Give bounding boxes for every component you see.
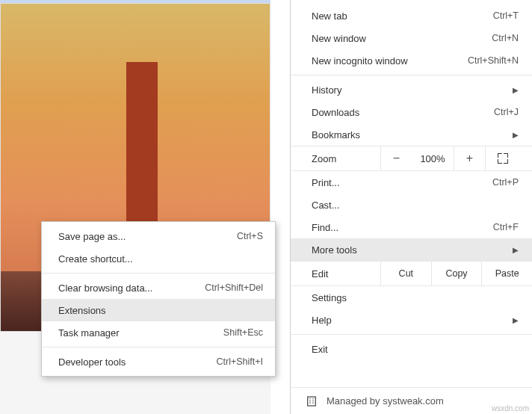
menu-shortcut: Ctrl+P [492, 177, 519, 188]
menu-label: New window [312, 33, 366, 44]
menu-label: Print... [312, 177, 340, 188]
fullscreen-button[interactable] [485, 146, 519, 170]
menu-label: Save page as... [58, 231, 126, 242]
menu-label: Settings [312, 292, 347, 303]
zoom-value: 100% [412, 153, 454, 164]
menu-separator [42, 347, 275, 347]
edit-paste-button[interactable]: Paste [481, 262, 532, 285]
menu-label: Create shortcut... [58, 253, 133, 265]
menu-find[interactable]: Find... Ctrl+F [291, 216, 532, 238]
menu-cast[interactable]: Cast... [291, 194, 532, 216]
zoom-out-button[interactable]: − [380, 146, 412, 170]
menu-separator [291, 75, 532, 75]
menu-label: Task manager [58, 327, 120, 339]
menu-settings[interactable]: Settings [291, 286, 532, 309]
menu-history[interactable]: History ▶ [291, 78, 532, 101]
menu-label: Find... [312, 222, 338, 233]
submenu-task-manager[interactable]: Task manager Shift+Esc [42, 321, 275, 344]
submenu-developer-tools[interactable]: Developer tools Ctrl+Shift+I [42, 350, 275, 373]
edit-label: Edit [291, 268, 380, 279]
submenu-clear-browsing-data[interactable]: Clear browsing data... Ctrl+Shift+Del [42, 276, 275, 299]
menu-shortcut: Ctrl+Shift+N [468, 55, 519, 66]
menu-label: Extensions [58, 305, 106, 316]
menu-shortcut: Ctrl+S [237, 231, 263, 241]
submenu-create-shortcut[interactable]: Create shortcut... [42, 247, 275, 270]
menu-bookmarks[interactable]: Bookmarks ▶ [291, 123, 532, 146]
edit-copy-button[interactable]: Copy [431, 262, 482, 285]
menu-separator [291, 334, 532, 335]
menu-shortcut: Ctrl+F [493, 222, 519, 232]
submenu-extensions[interactable]: Extensions [42, 299, 275, 321]
zoom-in-button[interactable]: + [454, 146, 485, 170]
menu-new-incognito[interactable]: New incognito window Ctrl+Shift+N [291, 49, 532, 72]
menu-more-tools[interactable]: More tools ▶ [291, 238, 532, 261]
menu-label: New incognito window [312, 55, 408, 67]
menu-shortcut: Ctrl+Shift+Del [205, 282, 263, 293]
building-icon [306, 395, 318, 407]
menu-exit[interactable]: Exit [291, 338, 532, 360]
menu-shortcut: Ctrl+Shift+I [216, 356, 263, 367]
zoom-label: Zoom [291, 153, 380, 164]
menu-new-tab[interactable]: New tab Ctrl+T [291, 4, 532, 27]
managed-label: Managed by systweak.com [327, 395, 444, 407]
svg-rect-0 [308, 397, 316, 406]
menu-shortcut: Ctrl+T [493, 10, 519, 21]
watermark: wsxdn.com [492, 404, 529, 413]
menu-label: History [312, 84, 341, 96]
menu-label: New tab [312, 10, 347, 22]
menu-downloads[interactable]: Downloads Ctrl+J [291, 101, 532, 123]
chrome-main-menu: New tab Ctrl+T New window Ctrl+N New inc… [290, 0, 532, 414]
menu-zoom-row: Zoom − 100% + [291, 146, 532, 171]
edit-cut-button[interactable]: Cut [380, 262, 431, 285]
menu-shortcut: Ctrl+N [492, 33, 519, 43]
menu-edit-row: Edit Cut Copy Paste [291, 261, 532, 286]
submenu-arrow-icon: ▶ [513, 86, 519, 94]
menu-label: Exit [312, 344, 328, 355]
submenu-arrow-icon: ▶ [513, 316, 519, 324]
menu-label: Bookmarks [312, 129, 360, 140]
more-tools-submenu: Save page as... Ctrl+S Create shortcut..… [41, 221, 276, 377]
menu-help[interactable]: Help ▶ [291, 309, 532, 331]
submenu-arrow-icon: ▶ [513, 246, 519, 254]
submenu-arrow-icon: ▶ [513, 131, 519, 139]
menu-label: Clear browsing data... [58, 282, 152, 294]
menu-label: Help [312, 315, 332, 326]
menu-shortcut: Ctrl+J [494, 107, 519, 117]
menu-print[interactable]: Print... Ctrl+P [291, 171, 532, 194]
fullscreen-icon [498, 153, 508, 164]
menu-separator [42, 273, 275, 274]
submenu-save-page[interactable]: Save page as... Ctrl+S [42, 225, 275, 247]
menu-shortcut: Shift+Esc [223, 327, 263, 338]
menu-label: Developer tools [58, 356, 126, 368]
menu-label: Cast... [312, 200, 340, 211]
menu-label: Downloads [312, 107, 359, 118]
menu-label: More tools [312, 244, 357, 256]
menu-new-window[interactable]: New window Ctrl+N [291, 27, 532, 49]
